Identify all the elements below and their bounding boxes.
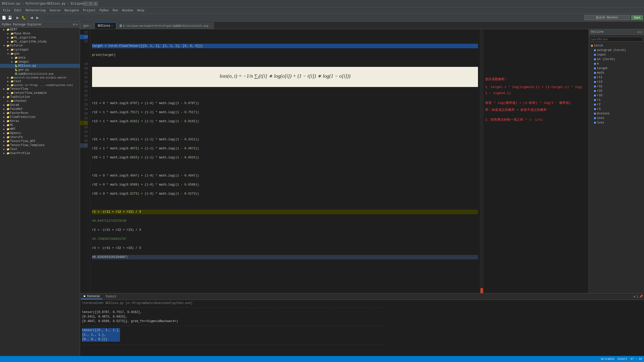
tab-pyunit[interactable]: PyUnit [103,294,119,299]
outline-item-math[interactable]: math [589,71,644,75]
outline-item-loss1[interactable]: loss [589,116,644,120]
code-line-26: r23 = 1 * math.log(0.6815) + (1-1) * mat… [92,155,478,160]
start-button[interactable]: Start [631,15,643,20]
menu-pydev[interactable]: PyDev [98,8,111,13]
sidebar-item-ml[interactable]: ▶ 📁 ML [0,123,80,127]
sidebar-item-pytorch[interactable]: ▼ 📂 PyTorch [0,44,80,48]
bottom-panel: ■ Console PyUnit ✕ ⤵ 📌 <terminated> BCEl… [80,293,644,356]
sidebar-collapse-icon[interactable]: ⊟ [73,23,75,26]
sidebar-item-fasterrcnn[interactable]: ▶ 📁 FasterRcnn [0,111,80,115]
outline-item-r33[interactable]: r33 [589,93,644,98]
sidebar-item-flowprediction[interactable]: ▶ 📁 FlowPrediction [0,115,80,119]
sidebar-item-bceloss-py[interactable]: 🐍 BCEloss.py [0,64,80,68]
menu-help[interactable]: Help [135,8,146,13]
sidebar-item-images[interactable]: ▶ 📁 images [0,60,80,64]
tab-console[interactable]: ■ Console [81,294,102,299]
sidebar-item-tensorflow[interactable]: ▶ 📁 Tensorflow [0,87,80,91]
sidebar-item-test[interactable]: ▶ 📁 Test [0,147,80,151]
menu-edit[interactable]: Edit [12,8,24,13]
outline-filter-input[interactable] [590,37,643,41]
outline-item-target[interactable]: target [589,66,644,71]
new-button[interactable]: 📄 [1,15,7,20]
tab-bceloss[interactable]: BCEloss ✕ [95,22,116,29]
tab-gan[interactable]: gan ✕ [80,22,95,29]
outline-close-icon[interactable]: ✕ [640,30,642,34]
outline-item-r2[interactable]: r2 [589,102,644,107]
window-controls[interactable]: — □ ✕ [84,2,98,6]
sidebar-item-tensorflow-api[interactable]: ▶ 📁 Tensorflow_API [0,139,80,143]
sidebar-item-gan[interactable]: ▼ 📂 gan [0,52,80,56]
code-editor[interactable]: 13 14 15 19 20 21 22 23 24 25 26 [80,29,483,293]
sidebar-item-pix2pix[interactable]: ▶ 📁 pytorch-CycleGAN-and-pix2pix-master [0,76,80,79]
outline-item-input[interactable]: input [589,53,644,57]
outline-item-nn[interactable]: nn (torch) [589,57,644,62]
outline-item-r31[interactable]: r31 [589,84,644,89]
sidebar-item-gan-py[interactable]: 🐍 gan.py [0,68,80,72]
sidebar-item-tf-example[interactable]: ▶ 📁 tensorflow_example [0,91,80,95]
sidebar-item-ml-algorithm-study[interactable]: ▶ 📁 ML_algorithm_study [0,40,80,44]
sidebar-item-cyclegan[interactable]: ▶ 📁 cyclegan [0,48,80,52]
run-button[interactable]: ▶ [15,15,20,20]
sidebar-close-icon[interactable]: ✕ [76,23,78,26]
sidebar-item-mask-rcnn[interactable]: ▶ 📁 Mask-Rcnn [0,32,80,36]
sidebar-item-python[interactable]: ▶ 📁 python (e:\Progr ... conda3\python.e… [0,83,80,87]
minimize-button[interactable]: — [84,2,88,6]
outline-item-autograd[interactable]: autograd (torch) [589,48,644,53]
outline-btn1[interactable]: ⊟ [638,30,639,34]
sidebar-item-shurufa[interactable]: ▶ 📁 shurufa [0,135,80,139]
sidebar-item-userprofile[interactable]: ▶ 📁 UserProfile [0,151,80,155]
console-clear-icon[interactable]: ✕ [633,294,635,299]
outline-item-r11[interactable]: r11 [589,75,644,80]
outline-item-torch[interactable]: torch [589,43,644,48]
sidebar-label: Tensorflow_Template [10,144,45,147]
quick-access-box[interactable]: Quick Access [584,15,630,20]
close-button[interactable]: ✕ [94,2,98,6]
outline-item-r3[interactable]: r3 [589,107,644,111]
tab-close-icon[interactable]: ✕ [111,24,113,27]
expand-icon: ▶ [6,92,10,95]
menu-source[interactable]: Source [48,8,62,13]
sidebar-item-opencv[interactable]: ▶ 📁 Opencv [0,131,80,135]
tab-close-icon[interactable]: ✕ [209,24,211,27]
sidebar-item-keras[interactable]: ▶ 📁 Keras [0,119,80,123]
menu-window[interactable]: Window [120,8,135,13]
outline-item-r13[interactable]: r13 [589,80,644,84]
tab-close-icon[interactable]: ✕ [90,24,91,27]
back-button[interactable]: ◀ [29,15,34,20]
outline-dot [594,81,596,83]
save-button[interactable]: 💾 [7,15,13,20]
code-content[interactable]: target = torch.FloatTensor([[0, 1, 1], [… [90,29,480,293]
console-area[interactable]: <terminated> BCEloss.py [e:\ProgramData\… [80,300,644,356]
sidebar-item-ml-algorithm[interactable]: ▶ 📁 ML_algorithm [0,36,80,40]
menu-file[interactable]: File [1,8,12,13]
outline-item-r1[interactable]: r1 [589,98,644,102]
menu-refactoring[interactable]: Refactoring [24,8,48,13]
menu-navigate[interactable]: Navigate [62,8,81,13]
sidebar-item-topsolution[interactable]: ▶ 📁 TopSolution [0,95,80,99]
debug-button[interactable]: 🐛 [21,15,26,20]
sidebar-item-dataa[interactable]: ▶ 📁 DataA [0,103,80,107]
sidebar-item-text[interactable]: ▶ 📁 text [0,79,80,83]
sidebar-item-chatbot[interactable]: ▶ 📁 chatbot [0,99,80,103]
console-pin-icon[interactable]: 📌 [639,295,643,298]
outline-item-bceloss[interactable]: bceloss [589,111,644,116]
maximize-button[interactable]: □ [89,2,93,6]
sidebar-item-data[interactable]: ▶ 📁 data [0,56,80,60]
minimap[interactable] [480,29,483,293]
sidebar-item-facenet[interactable]: ▶ 📁 FaceNet [0,107,80,111]
sidebar-item-nmt[interactable]: ▶ 📁 NMT [0,127,80,131]
sidebar-item-tensorflow-template[interactable]: ▶ 📁 Tensorflow_Template [0,143,80,147]
sidebar-item-bert[interactable]: ▶ 📁 BERT [0,28,80,32]
tab-qq-img[interactable]: 🖼 E:\eclipse-workspace\PyTorch\gan\QQ截图2… [116,22,214,29]
menu-run[interactable]: Run [111,8,120,13]
outline-item-m[interactable]: m [589,62,644,66]
menu-project[interactable]: Project [81,8,98,13]
outline-item-loss2[interactable]: loss [589,120,644,125]
console-output-3: [0.4847, 0.6589, 0.5273]], grad_fn=<Sigm… [82,319,642,324]
sidebar-item-qq-img[interactable]: 🖼 QQ截图20191111121122.png [0,72,80,76]
console-scroll-icon[interactable]: ⤵ [636,295,638,299]
outline-item-r32[interactable]: r32 [589,89,644,93]
sidebar-header: PyDev Package Explorer ⊟ ✕ [0,22,80,28]
forward-button[interactable]: ▶ [35,15,40,20]
status-right: Writable Insert 37 : 20 [601,357,642,360]
